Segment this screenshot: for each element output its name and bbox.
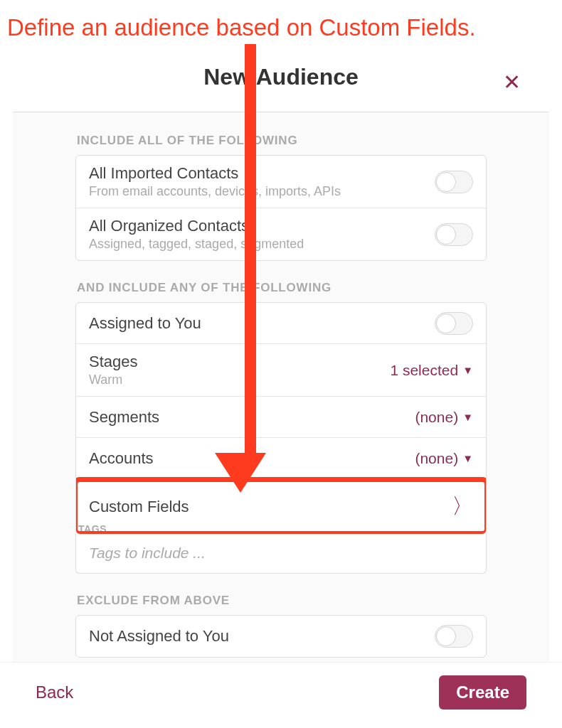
row-title: Accounts: [89, 449, 415, 468]
row-all-imported[interactable]: All Imported Contacts From email account…: [76, 156, 486, 208]
row-title: Stages: [89, 353, 390, 371]
row-text: Segments: [89, 408, 415, 427]
row-all-organized[interactable]: All Organized Contacts Assigned, tagged,…: [76, 208, 486, 260]
dropdown-triangle-icon: ▼: [462, 452, 473, 464]
create-button[interactable]: Create: [439, 675, 526, 710]
modal-content: Include all of the Following All Importe…: [13, 112, 549, 674]
stages-value[interactable]: 1 selected ▼: [390, 362, 473, 379]
segments-value[interactable]: (none) ▼: [415, 409, 473, 426]
toggle-assigned[interactable]: [435, 312, 473, 335]
row-subtitle: Assigned, tagged, staged, segmented: [89, 237, 435, 252]
stages-value-text: 1 selected: [390, 362, 458, 379]
row-text: Not Assigned to You: [89, 627, 435, 646]
row-text: Stages Warm: [89, 353, 390, 387]
row-title: Custom Fields: [89, 498, 452, 516]
row-subtitle: From email accounts, devices, imports, A…: [89, 184, 435, 199]
row-text: Assigned to You: [89, 314, 435, 333]
back-button[interactable]: Back: [36, 682, 73, 702]
close-icon[interactable]: ✕: [503, 70, 521, 95]
highlight-custom-fields: Custom Fields 〉: [75, 477, 487, 535]
segments-value-text: (none): [415, 409, 458, 426]
toggle-all-organized[interactable]: [435, 223, 473, 246]
accounts-value[interactable]: (none) ▼: [415, 450, 473, 467]
annotation-text: Define an audience based on Custom Field…: [7, 14, 476, 41]
row-title: Segments: [89, 408, 415, 427]
toggle-not-assigned[interactable]: [435, 625, 473, 648]
row-text: Custom Fields: [89, 498, 452, 516]
row-title: All Organized Contacts: [89, 217, 435, 235]
row-title: All Imported Contacts: [89, 164, 435, 183]
row-custom-fields[interactable]: Custom Fields 〉: [78, 482, 484, 531]
row-text: All Imported Contacts From email account…: [89, 164, 435, 199]
section-label-include-all: Include all of the Following: [75, 134, 487, 148]
accounts-value-text: (none): [415, 450, 458, 467]
dropdown-triangle-icon: ▼: [462, 411, 473, 423]
row-subtitle: Warm: [89, 373, 390, 387]
row-title: Assigned to You: [89, 314, 435, 333]
tags-input[interactable]: Tags to include ...: [75, 533, 487, 574]
row-accounts[interactable]: Accounts (none) ▼: [76, 438, 486, 479]
tags-placeholder: Tags to include ...: [89, 545, 206, 561]
include-all-group: All Imported Contacts From email account…: [75, 155, 487, 261]
chevron-right-icon: 〉: [452, 492, 473, 521]
modal-footer: Back Create: [0, 662, 562, 728]
page-title: New Audience: [21, 64, 541, 90]
toggle-all-imported[interactable]: [435, 171, 473, 193]
row-text: Accounts: [89, 449, 415, 468]
row-stages[interactable]: Stages Warm 1 selected ▼: [76, 344, 486, 397]
row-title: Not Assigned to You: [89, 627, 435, 646]
include-any-group: Assigned to You Stages Warm 1 selected ▼…: [75, 302, 487, 535]
row-not-assigned[interactable]: Not Assigned to You: [76, 616, 486, 657]
section-label-include-any: And include any of the following: [75, 281, 487, 295]
exclude-group: Not Assigned to You: [75, 615, 487, 658]
dropdown-triangle-icon: ▼: [462, 364, 473, 376]
section-label-exclude: Exclude From Above: [75, 594, 487, 608]
row-segments[interactable]: Segments (none) ▼: [76, 397, 486, 438]
row-assigned-to-you[interactable]: Assigned to You: [76, 303, 486, 344]
row-text: All Organized Contacts Assigned, tagged,…: [89, 217, 435, 252]
